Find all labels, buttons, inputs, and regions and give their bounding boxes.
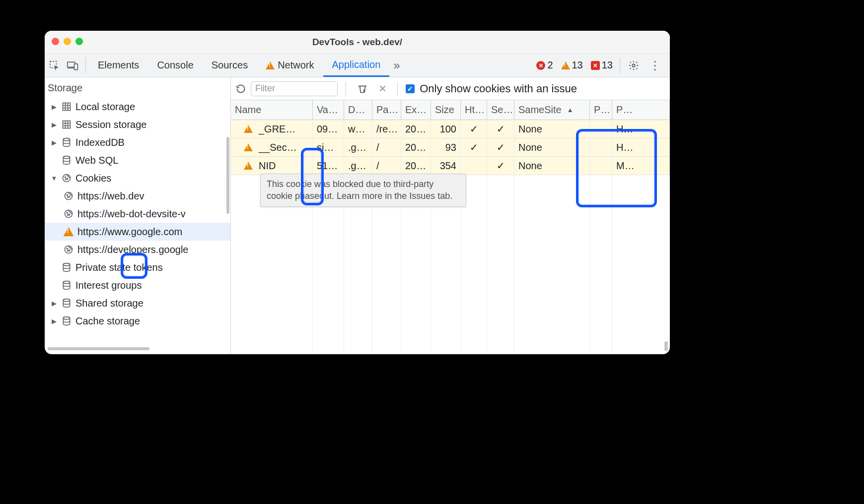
clear-filter-icon[interactable] xyxy=(354,83,371,94)
svg-point-9 xyxy=(65,177,66,178)
tab-application[interactable]: Application xyxy=(323,54,390,77)
svg-point-18 xyxy=(69,214,70,215)
tree-item-label: https://web-dot-devsite-v xyxy=(77,208,186,220)
tab-console[interactable]: Console xyxy=(148,54,202,77)
tree-item[interactable]: ▼Cookies xyxy=(45,169,230,187)
tree-item[interactable]: ▶Local storage xyxy=(45,98,230,116)
close-icon[interactable]: × xyxy=(376,81,389,96)
tree-item-label: Shared storage xyxy=(75,298,144,309)
tree-item[interactable]: https://www.google.com xyxy=(45,223,230,241)
device-toolbar-icon[interactable] xyxy=(67,60,78,71)
tree-item[interactable]: https://web.dev xyxy=(45,187,230,205)
canvas: DevTools - web.dev/ Elements Console Sou… xyxy=(0,0,864,504)
col-priority[interactable]: P… xyxy=(612,100,670,120)
tab-sources[interactable]: Sources xyxy=(203,54,257,77)
tree-item-label: Private state tokens xyxy=(75,262,163,273)
tree-item[interactable]: ▶Shared storage xyxy=(45,294,230,312)
table-row[interactable]: NID51….g…/20…354✓NoneM… xyxy=(231,157,670,175)
error-icon xyxy=(536,61,545,70)
sidebar-scrollbar[interactable] xyxy=(225,137,230,334)
svg-point-14 xyxy=(69,196,70,197)
grid-icon xyxy=(62,102,72,112)
svg-point-7 xyxy=(63,156,70,159)
warning-icon xyxy=(561,62,570,69)
only-issues-checkbox[interactable] xyxy=(406,84,415,93)
col-secure[interactable]: Se… xyxy=(487,100,514,120)
col-domain[interactable]: D… xyxy=(344,100,372,120)
tree-item-label: https://developers.google xyxy=(77,244,189,255)
db-icon xyxy=(62,137,72,147)
cookie-table: Name Va… D… Pa… Ex… Size Ht… Se… SameSit… xyxy=(231,100,670,354)
tree-item[interactable]: https://developers.google xyxy=(45,241,230,258)
tab-network[interactable]: Network xyxy=(257,54,323,77)
window-title: DevTools - web.dev/ xyxy=(312,37,402,48)
col-size[interactable]: Size xyxy=(431,100,461,120)
tree-item[interactable]: Private state tokens xyxy=(45,258,230,276)
cookie-blocked-tooltip: This cookie was blocked due to third-par… xyxy=(260,174,466,207)
svg-point-6 xyxy=(63,138,70,141)
col-httponly[interactable]: Ht… xyxy=(461,100,487,120)
grid-icon xyxy=(62,120,72,129)
tree-item-label: https://web.dev xyxy=(77,190,144,202)
close-window-button[interactable] xyxy=(52,38,59,45)
devtools-window: DevTools - web.dev/ Elements Console Sou… xyxy=(45,31,670,354)
tree-item-label: Interest groups xyxy=(75,280,142,291)
warning-counter[interactable]: 13 xyxy=(558,60,586,71)
col-value[interactable]: Va… xyxy=(313,100,344,120)
svg-point-17 xyxy=(67,212,68,213)
svg-rect-2 xyxy=(74,63,77,69)
svg-point-26 xyxy=(63,299,70,302)
cookie-icon xyxy=(64,245,73,254)
gear-icon[interactable] xyxy=(624,60,643,71)
tab-elements[interactable]: Elements xyxy=(89,54,148,77)
filter-input[interactable] xyxy=(251,81,338,96)
warn-icon xyxy=(64,227,73,237)
col-expires[interactable]: Ex… xyxy=(401,100,431,120)
tree-item[interactable]: Interest groups xyxy=(45,276,230,294)
db-icon xyxy=(62,298,72,308)
table-header-row: Name Va… D… Pa… Ex… Size Ht… Se… SameSit… xyxy=(231,100,670,120)
table-row[interactable]: __Sec…si….g…/20…93✓✓NoneH… xyxy=(231,138,670,157)
col-partitionkey[interactable]: P… xyxy=(590,100,612,120)
table-row[interactable]: _GRE…09…w…/re…20…100✓✓NoneH… xyxy=(231,120,670,138)
minimize-window-button[interactable] xyxy=(64,38,71,45)
message-counter[interactable]: 13 xyxy=(588,60,616,71)
svg-point-22 xyxy=(69,250,70,251)
main-scrollbar[interactable] xyxy=(664,341,668,351)
message-icon xyxy=(591,61,600,70)
titlebar: DevTools - web.dev/ xyxy=(45,31,670,54)
reload-icon[interactable] xyxy=(236,84,246,94)
inspect-icon[interactable] xyxy=(49,60,60,71)
cookie-toolbar: × Only show cookies with an issue xyxy=(231,77,670,100)
tree-item[interactable]: ▶Session storage xyxy=(45,116,230,133)
more-tabs-icon[interactable]: » xyxy=(389,59,404,72)
tree-item[interactable]: https://web-dot-devsite-v xyxy=(45,205,230,223)
tree-item[interactable]: ▶IndexedDB xyxy=(45,133,230,151)
sidebar-section-title: Storage xyxy=(45,80,230,98)
svg-point-25 xyxy=(63,281,70,284)
zoom-window-button[interactable] xyxy=(75,38,83,45)
tree-item[interactable]: Web SQL xyxy=(45,151,230,169)
tree-item-label: Cache storage xyxy=(75,315,140,327)
col-path[interactable]: Pa… xyxy=(372,100,401,120)
error-counter[interactable]: 2 xyxy=(533,60,556,71)
sidebar: Storage ▶Local storage▶Session storage▶I… xyxy=(45,77,231,354)
warning-icon xyxy=(244,143,253,151)
kebab-icon[interactable]: ⋮ xyxy=(645,59,665,72)
db-icon xyxy=(62,262,72,272)
svg-point-3 xyxy=(632,64,635,67)
col-name[interactable]: Name xyxy=(231,100,313,120)
separator xyxy=(397,82,398,96)
col-samesite[interactable]: SameSite ▲ xyxy=(514,100,590,120)
tree-item[interactable]: ▶Cache storage xyxy=(45,312,230,330)
cookie-icon xyxy=(64,191,73,201)
svg-point-19 xyxy=(68,215,69,216)
svg-rect-5 xyxy=(63,121,71,128)
sidebar-h-scrollbar[interactable] xyxy=(48,347,187,351)
panel-tabs: Elements Console Sources Network Applica… xyxy=(89,54,404,77)
separator xyxy=(620,58,620,73)
db-icon xyxy=(62,155,72,165)
svg-point-24 xyxy=(63,263,70,266)
inspect-tools xyxy=(48,60,82,71)
cookie-panel: × Only show cookies with an issue Name V… xyxy=(231,77,670,354)
